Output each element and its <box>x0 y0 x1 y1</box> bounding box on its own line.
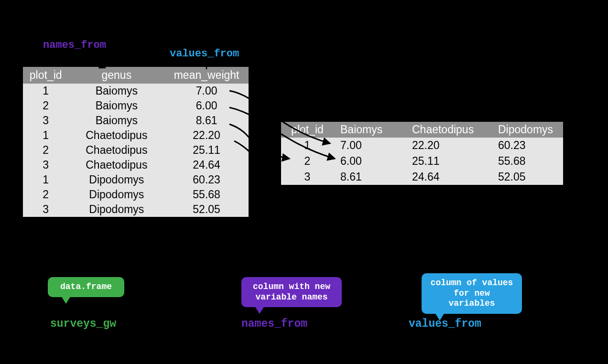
table-row: 3Chaetodipus24.64 <box>23 158 249 172</box>
table-row: 38.6124.6452.05 <box>281 169 563 185</box>
bubble-dataframe: data.frame <box>48 277 124 297</box>
table-row: 1Baiomys7.00 <box>23 84 249 98</box>
wide-th-dipodomys: Dipodomys <box>491 122 563 138</box>
long-th-meanweight: mean_weight <box>164 67 249 84</box>
label-surveys-gw: surveys_gw <box>50 318 116 330</box>
label-names-from-bottom: names_from <box>241 318 307 330</box>
table-row: 3Baiomys8.61 <box>23 113 249 128</box>
wide-table: plot_id Baiomys Chaetodipus Dipodomys 17… <box>281 122 563 185</box>
table-row: 2Baiomys6.00 <box>23 98 249 113</box>
bubble-values-from: column of values for new variables <box>422 273 522 314</box>
table-row: 2Dipodomys55.68 <box>23 187 249 202</box>
bubble-names-from: column with new variable names <box>241 277 342 307</box>
table-row: 26.0025.1155.68 <box>281 153 563 169</box>
arrow-names-from <box>76 53 105 68</box>
long-th-plotid: plot_id <box>23 67 68 84</box>
label-values-from-bottom: values_from <box>409 318 481 330</box>
long-th-genus: genus <box>68 67 164 84</box>
label-values-from: values_from <box>170 48 239 60</box>
table-row: 2Chaetodipus25.11 <box>23 143 249 158</box>
label-names-from: names_from <box>43 39 106 51</box>
wide-th-baiomys: Baiomys <box>334 122 405 138</box>
table-row: 3Dipodomys52.05 <box>23 202 249 217</box>
long-table: plot_id genus mean_weight 1Baiomys7.00 2… <box>23 67 249 217</box>
table-row: 1Chaetodipus22.20 <box>23 128 249 143</box>
table-row: 1Dipodomys60.23 <box>23 172 249 187</box>
wide-th-chaetodipus: Chaetodipus <box>405 122 491 138</box>
wide-th-plotid: plot_id <box>281 122 334 138</box>
table-row: 17.0022.2060.23 <box>281 138 563 153</box>
